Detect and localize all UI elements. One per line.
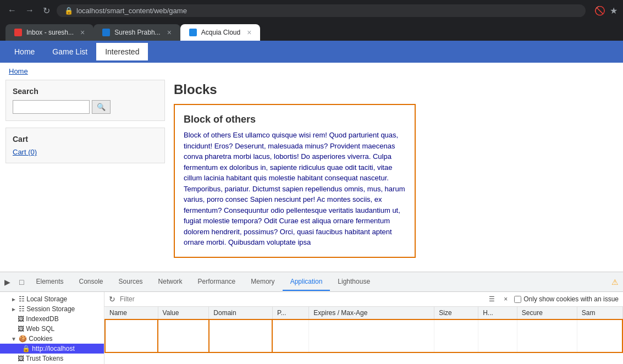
th-size: Size [434, 307, 478, 319]
td-value [158, 319, 209, 352]
tab-favicon-inbox [14, 29, 22, 36]
devtools-cursor-icon[interactable]: ▶ [0, 275, 15, 289]
td-domain [209, 319, 273, 352]
tab-inbox[interactable]: Inbox - suresh... × [5, 24, 93, 41]
nav-game-list[interactable]: Game List [43, 43, 96, 60]
th-expires: Expires / Max-Age [309, 307, 434, 319]
cookies-checkbox-label[interactable]: Only show cookies with an issue [514, 295, 619, 303]
td-expires [309, 319, 434, 352]
devtools-sidebar: ► ☷ Local Storage ► ☷ Session Storage 🖼 … [0, 292, 104, 364]
toolbar-icons: 🚫 ★ [594, 5, 618, 16]
table-row [105, 319, 622, 352]
tab-acquia[interactable]: Acquia Cloud × [180, 24, 261, 41]
tab-network[interactable]: Network [151, 273, 190, 291]
tab-application[interactable]: Application [283, 273, 330, 291]
extension-icon[interactable]: 🚫 [594, 5, 605, 16]
browser-toolbar: ← → ↻ 🔒 localhost/smart_content/web/game… [0, 0, 623, 21]
dt-item-label: ☷ Local Storage [19, 295, 67, 303]
dt-item-trust-tokens[interactable]: 🖼 Trust Tokens [0, 354, 104, 363]
th-secure: Secure [517, 307, 577, 319]
tab-label-suresh: Suresh Prabh... [114, 29, 160, 36]
devtools-body: ► ☷ Local Storage ► ☷ Session Storage 🖼 … [0, 292, 623, 364]
main-content: Search 🔍 Cart Cart (0) Blocks Block of o… [0, 80, 623, 258]
dt-item-localhost[interactable]: 🔒 http://localhost [0, 344, 104, 354]
block-card-title: Block of others [184, 114, 406, 125]
back-button[interactable]: ← [5, 4, 19, 16]
td-secure [517, 319, 577, 352]
forward-button[interactable]: → [23, 4, 36, 16]
cart-label: Cart [13, 135, 158, 144]
cookies-checkbox-input[interactable] [514, 296, 521, 303]
search-input[interactable] [13, 100, 90, 114]
th-path: P... [272, 307, 308, 319]
bookmark-icon[interactable]: ★ [610, 5, 618, 16]
website-area: Home Game List Interested Home Search 🔍 … [0, 41, 623, 272]
filter-clear-button[interactable]: × [501, 294, 510, 304]
th-httponly: H... [478, 307, 517, 319]
devtools-warning-icon[interactable]: ⚠ [607, 275, 623, 289]
breadcrumb: Home [0, 63, 623, 80]
page-content: Blocks Block of others Block of others E… [174, 80, 618, 258]
cookies-table: Name Value Domain P... Expires / Max-Age… [104, 307, 623, 364]
td-name [105, 319, 158, 352]
cookies-checkbox-text: Only show cookies with an issue [523, 295, 619, 303]
dt-item-label: 🔒 http://localhost [11, 345, 75, 352]
dt-item-label: 🖼 Web SQL [11, 325, 54, 333]
tab-sources[interactable]: Sources [111, 273, 151, 291]
tab-elements[interactable]: Elements [28, 273, 71, 291]
dt-item-web-sql[interactable]: 🖼 Web SQL [0, 324, 104, 334]
tab-close-acquia[interactable]: × [247, 28, 251, 37]
chevron-down-icon: ▼ [11, 336, 16, 342]
tab-performance[interactable]: Performance [190, 273, 244, 291]
search-section: Search 🔍 [5, 80, 165, 121]
nav-home[interactable]: Home [5, 43, 43, 60]
tab-label-inbox: Inbox - suresh... [26, 29, 74, 36]
search-button[interactable]: 🔍 [92, 100, 111, 114]
page-title: Blocks [174, 82, 618, 97]
sidebar: Search 🔍 Cart Cart (0) [5, 80, 165, 258]
devtools: ▶ □ Elements Console Sources Network Per… [0, 272, 623, 364]
dt-item-label: 🖼 IndexedDB [11, 315, 59, 323]
td-path [272, 319, 308, 352]
chevron-right-icon: ► [11, 296, 16, 302]
th-name: Name [105, 307, 158, 319]
table-header-row: Name Value Domain P... Expires / Max-Age… [105, 307, 622, 319]
cart-link[interactable]: Cart (0) [13, 148, 37, 156]
site-nav: Home Game List Interested [0, 41, 623, 63]
search-label: Search [13, 87, 158, 96]
dt-item-label: 🍪 Cookies [19, 335, 53, 343]
filter-refresh-button[interactable]: ↻ [109, 295, 115, 304]
devtools-inspect-icon[interactable]: □ [15, 275, 28, 289]
tab-close-inbox[interactable]: × [80, 28, 85, 37]
dt-item-indexeddb[interactable]: 🖼 IndexedDB [0, 314, 104, 324]
tab-suresh[interactable]: Suresh Prabh... × [93, 24, 180, 41]
tab-favicon-suresh [102, 29, 110, 36]
dt-item-cookies[interactable]: ▼ 🍪 Cookies [0, 334, 104, 344]
tab-lighthouse[interactable]: Lighthouse [330, 273, 378, 291]
tab-console[interactable]: Console [71, 273, 111, 291]
td-samesite [577, 319, 622, 352]
reload-button[interactable]: ↻ [41, 4, 52, 17]
dt-item-local-storage[interactable]: ► ☷ Local Storage [0, 294, 104, 304]
td-size [434, 319, 478, 352]
filter-actions: ☰ × Only show cookies with an issue [487, 294, 619, 304]
url-text: localhost/smart_content/web/game [76, 7, 187, 15]
nav-interested[interactable]: Interested [96, 43, 148, 60]
browser-tabs: Inbox - suresh... × Suresh Prabh... × Ac… [0, 21, 623, 41]
block-card-text: Block of others Est ullamco quisque wisi… [184, 130, 406, 248]
block-card: Block of others Block of others Est ulla… [174, 104, 416, 258]
dt-item-label: 🖼 Trust Tokens [11, 355, 63, 362]
th-domain: Domain [209, 307, 273, 319]
filter-options-button[interactable]: ☰ [487, 294, 497, 304]
tab-memory[interactable]: Memory [243, 273, 282, 291]
breadcrumb-home[interactable]: Home [9, 67, 28, 75]
tab-label-acquia: Acquia Cloud [201, 29, 240, 36]
dt-item-session-storage[interactable]: ► ☷ Session Storage [0, 304, 104, 314]
devtools-tabs: ▶ □ Elements Console Sources Network Per… [0, 272, 623, 292]
filter-input[interactable] [120, 295, 318, 303]
address-bar[interactable]: 🔒 localhost/smart_content/web/game [57, 4, 586, 17]
dt-item-label: ☷ Session Storage [19, 305, 75, 313]
th-samesite: Sam [577, 307, 622, 319]
tab-close-suresh[interactable]: × [167, 28, 172, 37]
cookies-data-table: Name Value Domain P... Expires / Max-Age… [104, 307, 623, 353]
